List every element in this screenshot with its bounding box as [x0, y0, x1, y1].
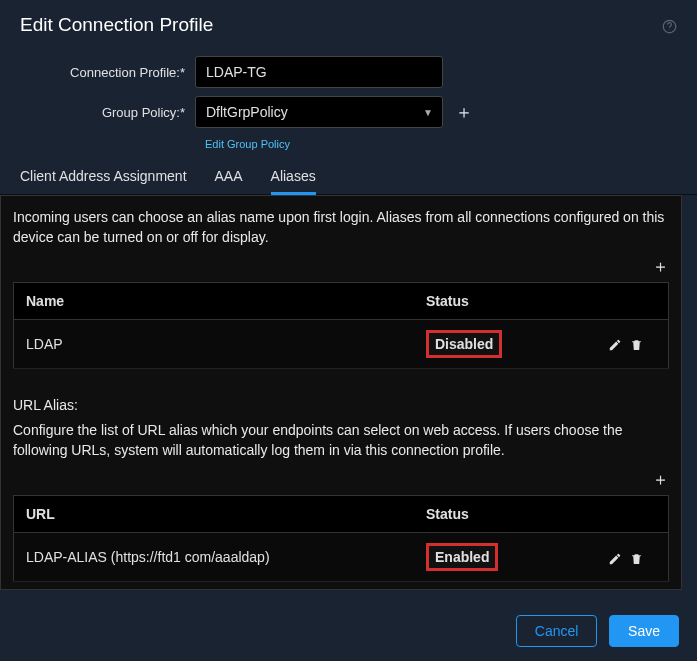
add-alias-button[interactable]: ＋ [652, 257, 669, 276]
chevron-down-icon: ▼ [423, 107, 433, 118]
add-url-alias-button[interactable]: ＋ [652, 470, 669, 489]
save-button[interactable]: Save [609, 615, 679, 647]
alias-status-cell: Disabled [414, 320, 582, 369]
status-badge: Enabled [426, 543, 498, 571]
table-row: LDAP-ALIAS (https://ftd1 com/aaaldap) En… [14, 533, 669, 582]
cancel-button[interactable]: Cancel [516, 615, 598, 647]
table-row: LDAP Disabled [14, 320, 669, 369]
group-policy-row: Group Policy:* DfltGrpPolicy ▼ ＋ [20, 96, 677, 128]
url-alias-description: Configure the list of URL alias which yo… [1, 419, 681, 466]
alias-actions-cell [582, 320, 668, 369]
url-alias-col-actions [582, 496, 668, 533]
url-alias-table: URL Status LDAP-ALIAS (https://ftd1 com/… [13, 495, 669, 582]
url-alias-status-cell: Enabled [414, 533, 582, 582]
modal-footer: Cancel Save [0, 601, 697, 661]
aliases-col-actions [582, 283, 668, 320]
modal-header: Edit Connection Profile [0, 0, 697, 46]
tab-aaa[interactable]: AAA [215, 160, 243, 194]
group-policy-label: Group Policy:* [20, 105, 195, 120]
url-alias-heading: URL Alias: [1, 369, 681, 419]
url-alias-url-cell: LDAP-ALIAS (https://ftd1 com/aaaldap) [14, 533, 415, 582]
url-alias-col-url: URL [14, 496, 415, 533]
aliases-description: Incoming users can choose an alias name … [1, 196, 681, 253]
help-icon[interactable] [662, 16, 677, 34]
content-scroll-wrap: Incoming users can choose an alias name … [0, 195, 697, 590]
group-policy-value: DfltGrpPolicy [195, 96, 443, 128]
edit-group-policy-link[interactable]: Edit Group Policy [205, 138, 290, 150]
form-area: Connection Profile:* Group Policy:* Dflt… [0, 46, 697, 160]
tab-aliases[interactable]: Aliases [271, 160, 316, 194]
pencil-icon[interactable] [608, 336, 622, 352]
url-alias-table-wrap: ＋ URL Status LDAP-ALIAS (https://ftd1 co… [1, 466, 681, 582]
tab-client-address-assignment[interactable]: Client Address Assignment [20, 160, 187, 194]
tab-content: Incoming users can choose an alias name … [0, 195, 682, 590]
edit-connection-profile-modal: Edit Connection Profile Connection Profi… [0, 0, 697, 661]
url-alias-actions-cell [582, 533, 668, 582]
trash-icon[interactable] [630, 336, 643, 352]
aliases-table-wrap: ＋ Name Status LDAP Disabled [1, 253, 681, 369]
aliases-col-name: Name [14, 283, 415, 320]
url-alias-col-status: Status [414, 496, 582, 533]
status-badge: Disabled [426, 330, 502, 358]
alias-name-cell: LDAP [14, 320, 415, 369]
tab-bar: Client Address Assignment AAA Aliases [0, 160, 697, 195]
group-policy-select[interactable]: DfltGrpPolicy ▼ [195, 96, 443, 128]
modal-title: Edit Connection Profile [20, 14, 677, 36]
connection-profile-input[interactable] [195, 56, 443, 88]
trash-icon[interactable] [630, 549, 643, 565]
connection-profile-row: Connection Profile:* [20, 56, 677, 88]
aliases-col-status: Status [414, 283, 582, 320]
pencil-icon[interactable] [608, 549, 622, 565]
aliases-table: Name Status LDAP Disabled [13, 282, 669, 369]
connection-profile-label: Connection Profile:* [20, 65, 195, 80]
add-group-policy-button[interactable]: ＋ [455, 100, 473, 124]
